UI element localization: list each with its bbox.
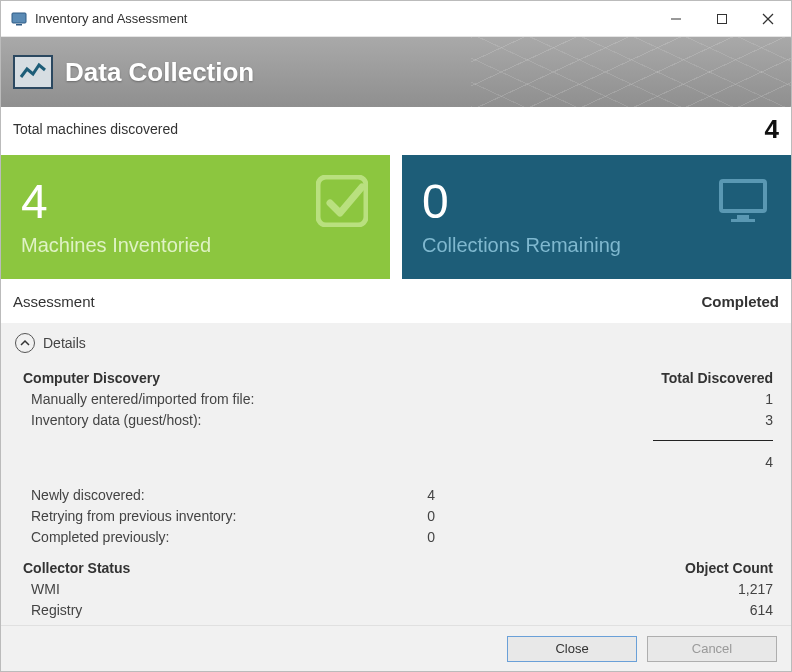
minimize-button[interactable] bbox=[653, 1, 699, 36]
window-title: Inventory and Assessment bbox=[35, 11, 653, 26]
window: Inventory and Assessment Data Collection… bbox=[0, 0, 792, 672]
total-discovered-value: 4 bbox=[765, 114, 779, 145]
close-button[interactable]: Close bbox=[507, 636, 637, 662]
assessment-status: Completed bbox=[701, 293, 779, 310]
svg-rect-7 bbox=[721, 181, 765, 211]
svg-rect-6 bbox=[318, 177, 366, 225]
checkmark-icon bbox=[316, 175, 368, 227]
chevron-up-icon bbox=[15, 333, 35, 353]
assessment-label: Assessment bbox=[13, 293, 95, 310]
collector-heading: Collector Status bbox=[15, 560, 375, 576]
total-discovered-label: Total machines discovered bbox=[13, 121, 178, 137]
total-discovered-heading: Total Discovered bbox=[435, 370, 777, 386]
reg-label: Registry bbox=[15, 602, 375, 618]
monitor-icon bbox=[717, 175, 769, 227]
tile-remaining-label: Collections Remaining bbox=[422, 234, 771, 257]
prev-label: Completed previously: bbox=[15, 529, 375, 545]
app-icon bbox=[11, 11, 27, 27]
titlebar: Inventory and Assessment bbox=[1, 1, 791, 37]
inventory-label: Inventory data (guest/host): bbox=[15, 412, 375, 428]
footer: Close Cancel bbox=[1, 625, 791, 671]
manual-value: 1 bbox=[435, 391, 777, 407]
details-panel: Details Computer Discovery Total Discove… bbox=[1, 323, 791, 625]
assessment-row: Assessment Completed bbox=[1, 279, 791, 323]
tile-inventoried: 4 Machines Inventoried bbox=[1, 155, 390, 279]
cancel-button-label: Cancel bbox=[692, 641, 732, 656]
tile-remaining: 0 Collections Remaining bbox=[402, 155, 791, 279]
cancel-button: Cancel bbox=[647, 636, 777, 662]
window-buttons bbox=[653, 1, 791, 36]
banner-title: Data Collection bbox=[65, 57, 254, 88]
svg-rect-1 bbox=[16, 24, 22, 26]
wmi-label: WMI bbox=[15, 581, 375, 597]
chart-icon bbox=[13, 55, 53, 89]
banner: Data Collection bbox=[1, 37, 791, 107]
discovery-heading: Computer Discovery bbox=[15, 370, 375, 386]
subtotal-rule bbox=[653, 440, 773, 441]
manual-label: Manually entered/imported from file: bbox=[15, 391, 375, 407]
tile-inventoried-label: Machines Inventoried bbox=[21, 234, 370, 257]
wmi-value: 1,217 bbox=[435, 581, 777, 597]
retry-value: 0 bbox=[375, 508, 435, 524]
maximize-button[interactable] bbox=[699, 1, 745, 36]
tiles: 4 Machines Inventoried 0 Collections Rem… bbox=[1, 151, 791, 279]
inventory-value: 3 bbox=[435, 412, 777, 428]
retry-label: Retrying from previous inventory: bbox=[15, 508, 375, 524]
close-window-button[interactable] bbox=[745, 1, 791, 36]
total-discovered-row: Total machines discovered 4 bbox=[1, 107, 791, 151]
newly-label: Newly discovered: bbox=[15, 487, 375, 503]
close-button-label: Close bbox=[555, 641, 588, 656]
details-table: Computer Discovery Total Discovered Manu… bbox=[15, 367, 777, 625]
svg-rect-9 bbox=[731, 219, 755, 222]
svg-rect-0 bbox=[12, 13, 26, 23]
reg-value: 614 bbox=[435, 602, 777, 618]
details-toggle-label: Details bbox=[43, 335, 86, 351]
svg-rect-8 bbox=[737, 215, 749, 219]
object-count-heading: Object Count bbox=[435, 560, 777, 576]
details-toggle[interactable]: Details bbox=[15, 333, 777, 353]
prev-value: 0 bbox=[375, 529, 435, 545]
discovery-sum: 4 bbox=[435, 454, 777, 470]
svg-rect-3 bbox=[718, 14, 727, 23]
newly-value: 4 bbox=[375, 487, 435, 503]
